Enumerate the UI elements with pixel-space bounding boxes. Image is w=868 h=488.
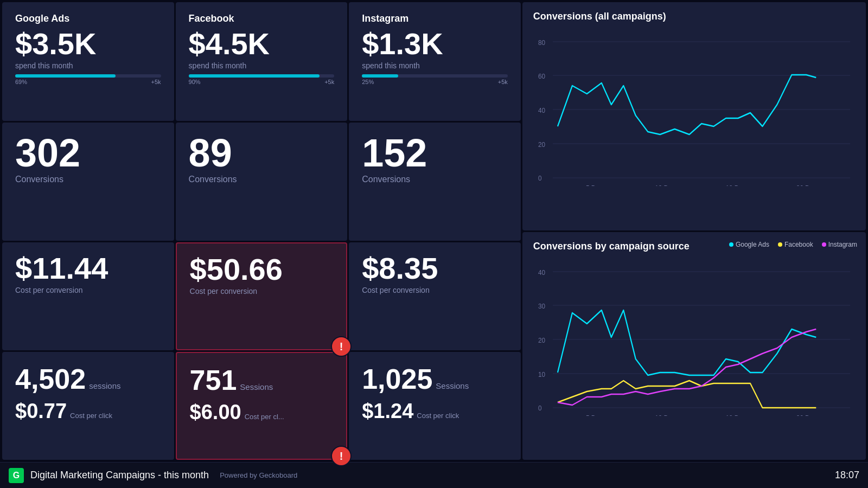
google-ads-conversions-value: 302 (15, 133, 161, 172)
instagram-cpc-label: Cost per conversion (362, 286, 508, 294)
legend-facebook-label: Facebook (784, 241, 813, 248)
facebook-conversions-value: 89 (189, 133, 335, 172)
facebook-progress-label: 90% +5k (189, 79, 335, 85)
google-ads-conversions-card: 302 Conversions (2, 123, 174, 241)
google-ads-progress-fill (15, 74, 116, 78)
legend-google-dot (729, 242, 733, 247)
svg-text:20: 20 (538, 336, 545, 344)
google-ads-sessions-cpc-value: $0.77 (15, 400, 67, 423)
google-ads-progress-label: 69% +5k (15, 79, 161, 85)
google-ads-sessions-card: 4,502 sessions $0.77 Cost per click (2, 352, 174, 460)
instagram-conversions-label: Conversions (362, 175, 508, 184)
svg-text:30: 30 (538, 302, 545, 310)
legend-facebook-dot (778, 242, 782, 247)
legend-instagram: Instagram (822, 241, 857, 248)
svg-text:10: 10 (538, 370, 545, 378)
svg-text:60: 60 (538, 72, 545, 80)
instagram-sessions-cpc-value: $1.24 (362, 400, 413, 423)
svg-text:40: 40 (538, 268, 545, 277)
instagram-sessions-card: 1,025 Sessions $1.24 Cost per click (349, 352, 521, 460)
google-ads-cpc-label: Cost per conversion (15, 286, 161, 294)
facebook-conversions-label: Conversions (189, 175, 335, 184)
facebook-sessions-cpc-label: Cost per cl... (245, 413, 284, 421)
conversions-all-svg: 0 20 40 60 80 5 Dec 12 Dec 19 Dec 26 Dec (533, 29, 855, 186)
legend-google-label: Google Ads (736, 241, 769, 248)
main-grid: Google Ads $3.5K spend this month 69% +5… (0, 0, 868, 462)
facebook-cpc-value: $50.66 (190, 254, 334, 285)
google-ads-spend-value: $3.5K (15, 29, 161, 59)
facebook-spend-value: $4.5K (189, 29, 335, 59)
dashboard-title: Digital Marketing Campaigns - this month (30, 470, 209, 481)
svg-text:5 Dec: 5 Dec (586, 414, 602, 416)
facebook-progress-bar (189, 74, 335, 78)
facebook-sessions-label: Sessions (240, 382, 273, 391)
facebook-sessions-alert: ! (331, 446, 352, 466)
google-ads-cpc-card: $11.44 Cost per conversion (2, 242, 174, 350)
instagram-conversions-value: 152 (362, 133, 508, 172)
facebook-title: Facebook (189, 13, 335, 24)
facebook-sessions-value: 751 (190, 364, 237, 396)
svg-text:12 Dec: 12 Dec (655, 184, 675, 186)
svg-text:26 Dec: 26 Dec (796, 414, 816, 416)
google-ads-title: Google Ads (15, 13, 161, 24)
facebook-progress-fill (189, 74, 320, 78)
conversions-by-source-chart: Conversions by campaign source Google Ad… (522, 232, 866, 460)
google-ads-sessions-value: 4,502 (15, 363, 86, 395)
instagram-sessions-label: Sessions (436, 381, 469, 390)
facebook-sessions-cpc-value: $6.00 (190, 401, 241, 424)
instagram-spend-card: Instagram $1.3K spend this month 25% +5k (349, 2, 521, 121)
facebook-cpc-label: Cost per conversion (190, 287, 334, 296)
facebook-cpc-card: $50.66 Cost per conversion ! (176, 242, 348, 350)
facebook-conversions-card: 89 Conversions (176, 123, 348, 241)
svg-text:0: 0 (538, 404, 542, 412)
google-ads-progress-bar (15, 74, 161, 78)
instagram-conversions-card: 152 Conversions (349, 123, 521, 241)
facebook-spend-label: spend this month (189, 61, 335, 70)
facebook-spend-card: Facebook $4.5K spend this month 90% +5k (176, 2, 348, 121)
google-ads-conversions-label: Conversions (15, 175, 161, 184)
svg-text:26 Dec: 26 Dec (796, 184, 816, 186)
geckoboard-logo: G (9, 468, 24, 483)
svg-text:19 Dec: 19 Dec (725, 414, 745, 416)
instagram-spend-value: $1.3K (362, 29, 508, 59)
chart-legend: Google Ads Facebook Instagram (729, 241, 857, 248)
instagram-progress-label: 25% +5k (362, 79, 508, 85)
svg-text:20: 20 (538, 140, 545, 149)
svg-text:12 Dec: 12 Dec (655, 414, 675, 416)
google-ads-spend-card: Google Ads $3.5K spend this month 69% +5… (2, 2, 174, 121)
powered-by: Powered by Geckoboard (220, 471, 297, 479)
instagram-sessions-cpc-label: Cost per click (417, 412, 459, 420)
legend-google: Google Ads (729, 241, 769, 248)
conversions-all-title: Conversions (all campaigns) (533, 11, 855, 22)
instagram-progress-bar (362, 74, 508, 78)
legend-facebook: Facebook (778, 241, 813, 248)
legend-instagram-dot (822, 242, 826, 247)
svg-text:19 Dec: 19 Dec (725, 184, 745, 186)
right-panel: Conversions (all campaigns) 0 20 40 60 8… (522, 2, 866, 460)
instagram-title: Instagram (362, 13, 508, 24)
svg-text:0: 0 (538, 174, 542, 182)
instagram-cpc-value: $8.35 (362, 253, 508, 284)
google-ads-sessions-label: sessions (89, 381, 120, 390)
bottom-bar: G Digital Marketing Campaigns - this mon… (0, 462, 868, 488)
svg-text:5 Dec: 5 Dec (586, 184, 602, 186)
conversions-all-chart: Conversions (all campaigns) 0 20 40 60 8… (522, 2, 866, 230)
instagram-cpc-card: $8.35 Cost per conversion (349, 242, 521, 350)
conversions-by-source-svg: 0 10 20 30 40 5 Dec 12 Dec 19 Dec 26 Dec (533, 259, 855, 416)
instagram-progress-fill (362, 74, 398, 78)
svg-text:40: 40 (538, 106, 545, 114)
instagram-sessions-value: 1,025 (362, 363, 432, 395)
google-ads-sessions-cpc-label: Cost per click (70, 412, 112, 420)
google-ads-spend-label: spend this month (15, 61, 161, 70)
clock: 18:07 (835, 470, 859, 481)
instagram-spend-label: spend this month (362, 61, 508, 70)
svg-text:80: 80 (538, 38, 545, 47)
google-ads-cpc-value: $11.44 (15, 253, 161, 284)
facebook-sessions-card: 751 Sessions $6.00 Cost per cl... ! (176, 352, 348, 460)
legend-instagram-label: Instagram (828, 241, 857, 248)
